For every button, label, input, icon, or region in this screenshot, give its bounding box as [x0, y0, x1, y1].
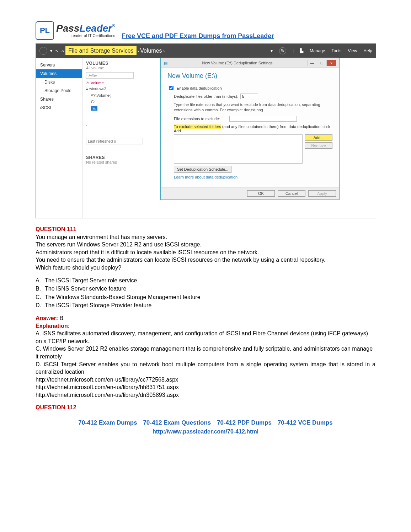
- extensions-note: Type the file extensions that you want t…: [167, 102, 332, 113]
- tree-row-e[interactable]: E:: [91, 106, 97, 111]
- logo-registered: ®: [112, 23, 115, 28]
- opt-d-letter: D.: [36, 302, 45, 309]
- opt-b-text: The iSNS Server service feature: [45, 286, 126, 292]
- q111-line5: Which feature should you deploy?: [36, 264, 375, 272]
- answer-value: B: [60, 315, 64, 321]
- answer-label: Answer:: [36, 315, 60, 321]
- extensions-input[interactable]: [229, 116, 297, 122]
- remove-folder-button[interactable]: Remove: [305, 142, 332, 149]
- breadcrumb-volumes[interactable]: Volumes: [140, 48, 162, 54]
- footer-link-questions[interactable]: 70-412 Exam Questions: [143, 419, 211, 426]
- menu-view[interactable]: View: [348, 48, 357, 53]
- sm-main: VOLUMES All volume Filter ⚠ Volume ▴ win…: [82, 58, 376, 218]
- volumes-section-title: VOLUMES: [86, 61, 108, 66]
- dialog-heading: New Volume (E:\): [167, 72, 332, 80]
- opt-d-text: The iSCSI Target Storage Provider featur…: [45, 302, 151, 308]
- nav-dropdown-icon[interactable]: ▾: [50, 48, 52, 53]
- volume-column-header[interactable]: Volume: [91, 81, 104, 85]
- opt-c-letter: C.: [36, 293, 45, 301]
- sidebar-item-storage-pools[interactable]: Storage Pools: [36, 86, 82, 95]
- sidebar-item-shares[interactable]: Shares: [36, 95, 82, 103]
- sidebar-item-volumes[interactable]: Volumes: [36, 69, 82, 78]
- q111-line4: You need to ensure that the administrato…: [36, 256, 375, 264]
- menu-manage[interactable]: Manage: [310, 48, 325, 53]
- logo-tagline: Leader of IT Certifications: [70, 33, 115, 38]
- footer-link-vce[interactable]: 70-412 VCE Dumps: [278, 419, 333, 426]
- cancel-button[interactable]: Cancel: [278, 190, 305, 197]
- opt-c-text: The Windows Standards-Based Storage Mana…: [45, 294, 201, 300]
- exclude-folders-highlight: To exclude selected folders: [174, 124, 221, 129]
- separator-icon: |: [293, 48, 294, 53]
- flag-icon[interactable]: ▙: [300, 48, 303, 53]
- learn-more-link[interactable]: Learn more about data deduplication: [167, 175, 332, 179]
- explanation-label: Explanation:: [36, 322, 375, 330]
- ref-link-3[interactable]: http://technet.microsoft.com/en-us/libra…: [36, 391, 375, 399]
- footer-url[interactable]: http://www.passleader.com/70-412.html: [153, 429, 258, 435]
- dialog-icon: ▤: [164, 61, 167, 65]
- sidebar-item-disks[interactable]: Disks: [36, 78, 82, 86]
- q111-line1: You manage an environment that has many …: [36, 233, 375, 241]
- opt-a-text: The iSCSI Target Server role service: [45, 277, 137, 283]
- nav-back-icon[interactable]: [39, 47, 47, 55]
- footer-link-pdf[interactable]: 70-412 PDF Dumps: [217, 419, 272, 426]
- extensions-label: File extensions to exclude:: [174, 117, 220, 121]
- question-111-number: QUESTION 111: [36, 225, 375, 233]
- set-schedule-button[interactable]: Set Deduplication Schedule...: [174, 166, 231, 173]
- page-header: PL PassLeader® Leader of IT Certificatio…: [36, 21, 375, 40]
- logo: PL PassLeader® Leader of IT Certificatio…: [36, 21, 115, 40]
- breadcrumb-suffix: ›: [162, 49, 165, 54]
- q111-line2: The servers run Windows Server 2012 R2 a…: [36, 241, 375, 249]
- logo-word-leader: Leader: [79, 23, 112, 34]
- logo-word-pass: Pass: [56, 23, 79, 34]
- sm-sidebar: Servers Volumes Disks Storage Pools Shar…: [36, 58, 82, 218]
- server-manager-window: ▾ ↖ ‹‹ File and Storage Services › Volum…: [36, 43, 376, 218]
- refresh-icon[interactable]: ↻: [279, 47, 286, 54]
- cursor-icon: ↖: [55, 48, 59, 53]
- explanation-c: C. Windows Server 2012 R2 enables storag…: [36, 345, 375, 360]
- header-link[interactable]: Free VCE and PDF Exam Dumps from PassLea…: [122, 32, 274, 40]
- sidebar-item-iscsi[interactable]: iSCSI: [36, 103, 82, 112]
- breadcrumb-prefix: ‹‹: [62, 49, 65, 54]
- dedup-settings-dialog: ▤ New Volume (E:\) Deduplication Setting…: [161, 58, 339, 200]
- shares-section-title: SHARES: [86, 155, 105, 160]
- older-than-label: Deduplicate files older than (in days):: [174, 94, 238, 99]
- apply-button[interactable]: Apply: [308, 190, 336, 197]
- logo-badge: PL: [36, 21, 54, 40]
- explanation-a: A. iSNS facilitates automated discovery,…: [36, 330, 375, 345]
- sidebar-item-servers[interactable]: Servers: [36, 61, 82, 69]
- q111-line3: Administrators report that it is difficu…: [36, 249, 375, 256]
- refresh-dropdown-icon[interactable]: ▾: [271, 48, 273, 53]
- opt-b-letter: B.: [36, 285, 45, 293]
- window-minimize-button[interactable]: —: [307, 60, 317, 66]
- last-refreshed-label: Last refreshed o: [86, 138, 143, 144]
- add-folder-button[interactable]: Add...: [305, 134, 332, 141]
- footer-link-dumps[interactable]: 70-412 Exam Dumps: [78, 419, 137, 426]
- ref-link-1[interactable]: http://technet.microsoft.com/en-us/libra…: [36, 376, 375, 384]
- menu-help[interactable]: Help: [363, 48, 372, 53]
- older-than-input[interactable]: [240, 94, 258, 99]
- ok-button[interactable]: OK: [247, 190, 275, 197]
- opt-a-letter: A.: [36, 277, 45, 284]
- question-112-number: QUESTION 112: [36, 404, 375, 411]
- breadcrumb-sep: ›: [137, 49, 140, 54]
- enable-dedup-label: Enable data deduplication: [177, 86, 222, 90]
- explanation-d: D. iSCSI Target Server enables you to ne…: [36, 361, 375, 376]
- exclude-folders-listbox[interactable]: [174, 134, 303, 164]
- sm-topbar: ▾ ↖ ‹‹ File and Storage Services › Volum…: [36, 44, 376, 58]
- dialog-title: New Volume (E:\) Deduplication Settings: [167, 61, 307, 65]
- window-close-button[interactable]: x: [326, 60, 336, 66]
- enable-dedup-checkbox[interactable]: [169, 86, 174, 90]
- filter-input[interactable]: Filter: [86, 72, 134, 79]
- window-maximize-button[interactable]: □: [317, 60, 326, 66]
- breadcrumb-file-storage[interactable]: File and Storage Services: [65, 46, 136, 55]
- menu-tools[interactable]: Tools: [332, 48, 342, 53]
- ref-link-2[interactable]: http://technet.microsoft.com/en-us/libra…: [36, 383, 375, 391]
- footer-links: 70-412 Exam Dumps 70-412 Exam Questions …: [36, 419, 375, 426]
